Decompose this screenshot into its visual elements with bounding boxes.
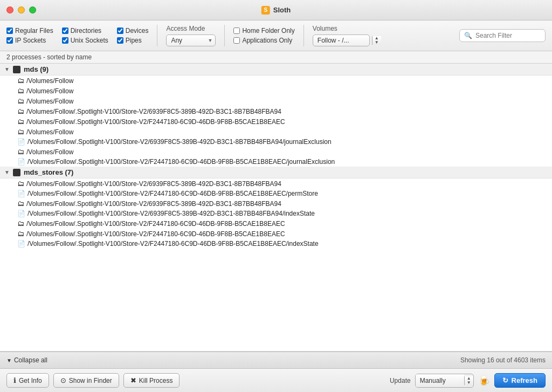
- ip-sockets-label: IP Sockets: [15, 37, 46, 44]
- refresh-button[interactable]: ↻ Refresh: [494, 373, 546, 388]
- pipes-checkbox[interactable]: [117, 37, 123, 44]
- list-item[interactable]: 🗂 /Volumes/Follow: [0, 86, 552, 96]
- pipes-row: Pipes: [117, 37, 149, 44]
- directories-checkbox[interactable]: [62, 27, 68, 34]
- close-button[interactable]: [6, 6, 13, 13]
- volumes-down-button[interactable]: ▼: [372, 40, 381, 45]
- maximize-button[interactable]: [29, 6, 36, 13]
- search-section: 🔍: [390, 29, 546, 42]
- divider-1: [157, 25, 157, 46]
- unix-sockets-checkbox[interactable]: [62, 37, 68, 44]
- folder-icon: 🗂: [17, 200, 24, 208]
- list-item[interactable]: 🗂 /Volumes/Follow/.Spotlight-V100/Store-…: [0, 178, 552, 189]
- folder-icon: 🗂: [17, 97, 24, 105]
- folder-icon: 🗂: [17, 148, 24, 156]
- ip-sockets-row: IP Sockets: [6, 37, 53, 44]
- item-path: /Volumes/Follow: [26, 98, 73, 105]
- list-item[interactable]: 🗂 /Volumes/Follow/.Spotlight-V100/Store-…: [0, 106, 552, 116]
- update-stepper[interactable]: ▲ ▼: [464, 376, 473, 385]
- home-folder-checkbox[interactable]: [233, 27, 240, 34]
- refresh-icon: ↻: [502, 376, 508, 384]
- update-select[interactable]: Manually Every 5s Every 10s Every 30s: [416, 374, 464, 387]
- traffic-lights: [6, 6, 36, 13]
- list-item[interactable]: 🗂 /Volumes/Follow: [0, 127, 552, 137]
- item-path: /Volumes/Follow/.Spotlight-V100/Store-V2…: [26, 220, 285, 228]
- search-input[interactable]: [475, 32, 540, 39]
- list-item[interactable]: 🗂 /Volumes/Follow: [0, 147, 552, 157]
- directories-label: Directories: [71, 27, 101, 35]
- devices-checkbox[interactable]: [117, 27, 123, 34]
- list-item[interactable]: 📄 /Volumes/Follow/.Spotlight-V100/Store-…: [0, 189, 552, 198]
- minimize-button[interactable]: [18, 6, 25, 13]
- get-info-button[interactable]: ℹ Get Info: [6, 373, 49, 388]
- collapse-all-label: Collapse all: [14, 356, 47, 364]
- item-path: /Volumes/Follow/.Spotlight-V100/Store-V2…: [27, 158, 335, 166]
- search-box: 🔍: [459, 29, 546, 42]
- mds-stores-collapse-icon[interactable]: ▼: [4, 169, 10, 175]
- list-item[interactable]: 🗂 /Volumes/Follow: [0, 75, 552, 86]
- mds-collapse-icon[interactable]: ▼: [4, 66, 10, 72]
- volumes-label: Volumes: [313, 25, 381, 32]
- list-item[interactable]: 🗂 /Volumes/Follow/.Spotlight-V100/Store-…: [0, 116, 552, 127]
- applications-only-row: Applications Only: [233, 37, 294, 44]
- divider-3: [303, 25, 304, 46]
- divider-2: [224, 25, 225, 46]
- item-path: /Volumes/Follow/.Spotlight-V100/Store-V2…: [27, 138, 332, 146]
- group-mds-stores-header[interactable]: ▼ mds_stores (7): [0, 167, 552, 178]
- list-item[interactable]: 🗂 /Volumes/Follow/.Spotlight-V100/Store-…: [0, 218, 552, 229]
- regular-files-checkbox[interactable]: [6, 27, 13, 34]
- titlebar: S Sloth: [0, 0, 552, 20]
- list-item[interactable]: 📄 /Volumes/Follow/.Spotlight-V100/Store-…: [0, 137, 552, 147]
- list-item[interactable]: 📄 /Volumes/Follow/.Spotlight-V100/Store-…: [0, 239, 552, 249]
- folder-icon: 🗂: [17, 219, 24, 228]
- mds-group-label: mds (9): [24, 65, 49, 73]
- footer: ℹ Get Info ⊙ Show in Finder ✖ Kill Proce…: [0, 368, 552, 392]
- collapse-all-button[interactable]: ▼ Collapse all: [6, 356, 47, 364]
- update-label: Update: [390, 377, 411, 384]
- item-path: /Volumes/Follow/.Spotlight-V100/Store-V2…: [27, 190, 318, 197]
- show-in-finder-button[interactable]: ⊙ Show in Finder: [53, 373, 119, 388]
- list-item[interactable]: 🗂 /Volumes/Follow/.Spotlight-V100/Store-…: [0, 198, 552, 209]
- ip-sockets-checkbox[interactable]: [6, 37, 13, 44]
- collapse-triangle-icon: ▼: [6, 357, 12, 363]
- item-path: /Volumes/Follow/.Spotlight-V100/Store-V2…: [26, 200, 281, 208]
- beer-icon[interactable]: 🍺: [478, 375, 490, 387]
- showing-count-label: Showing 16 out of 4603 items: [54, 356, 546, 364]
- applications-only-checkbox[interactable]: [233, 37, 240, 44]
- folder-icon: 🗂: [17, 107, 24, 115]
- volumes-stepper[interactable]: ▲ ▼: [372, 36, 381, 45]
- kill-process-button[interactable]: ✖ Kill Process: [123, 373, 180, 388]
- volumes-select[interactable]: Follow - /... / /Volumes/Follow: [313, 35, 370, 46]
- file-icon: 📄: [17, 210, 25, 217]
- file-icon: 📄: [17, 190, 25, 197]
- app-icon: S: [261, 6, 270, 15]
- file-icon: 📄: [17, 240, 25, 247]
- directories-row: Directories: [62, 27, 108, 35]
- devices-row: Devices: [117, 27, 149, 35]
- list-item[interactable]: 📄 /Volumes/Follow/.Spotlight-V100/Store-…: [0, 157, 552, 167]
- group-mds-header[interactable]: ▼ mds (9): [0, 64, 552, 75]
- item-path: /Volumes/Follow/.Spotlight-V100/Store-V2…: [26, 180, 281, 188]
- update-down-button[interactable]: ▼: [465, 381, 473, 385]
- pipes-label: Pipes: [126, 37, 142, 44]
- folder-icon: 🗂: [17, 77, 24, 85]
- kill-process-label: Kill Process: [139, 377, 173, 384]
- mds-stores-group-label: mds_stores (7): [24, 168, 73, 176]
- main-content: ▼ mds (9) 🗂 /Volumes/Follow 🗂 /Volumes/F…: [0, 64, 552, 352]
- info-icon: ℹ: [13, 376, 16, 384]
- list-item[interactable]: 🗂 /Volumes/Follow/.Spotlight-V100/Store-…: [0, 229, 552, 239]
- access-mode-select[interactable]: Any Read Write Read/Write: [166, 35, 216, 46]
- item-path: /Volumes/Follow/.Spotlight-V100/Store-V2…: [26, 118, 285, 126]
- applications-only-label: Applications Only: [242, 37, 292, 44]
- file-icon: 📄: [17, 158, 25, 166]
- item-path: /Volumes/Follow: [26, 148, 73, 156]
- folder-icon: 🗂: [17, 230, 24, 238]
- filter-section: Home Folder Only Applications Only: [233, 27, 294, 44]
- kill-icon: ✖: [130, 376, 136, 384]
- pipes-filters: Devices Pipes: [117, 27, 149, 44]
- regular-files-row: Regular Files: [6, 27, 53, 35]
- list-item[interactable]: 🗂 /Volumes/Follow: [0, 96, 552, 106]
- dir-device-filters: Directories Unix Sockets: [62, 27, 108, 44]
- folder-icon: 🗂: [17, 87, 24, 95]
- list-item[interactable]: 📄 /Volumes/Follow/.Spotlight-V100/Store-…: [0, 209, 552, 218]
